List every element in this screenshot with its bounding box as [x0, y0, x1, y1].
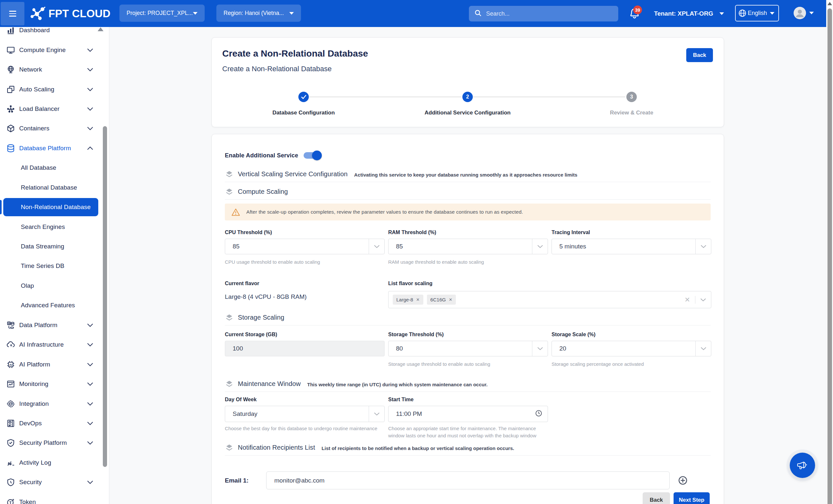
- chevron-down-icon: [87, 68, 93, 72]
- tenant-label: Tenant: XPLAT-ORG: [654, 10, 713, 17]
- caret-down-icon: [193, 12, 197, 15]
- page-title: Create a Non-Relational Database: [222, 48, 368, 59]
- remove-tag-icon[interactable]: ✕: [449, 297, 452, 302]
- language-selector[interactable]: English: [735, 5, 779, 22]
- next-step-button[interactable]: Next Step: [673, 492, 710, 504]
- sidebar-item-search-engines[interactable]: Search Engines: [0, 217, 109, 236]
- window-scrollbar[interactable]: [826, 0, 833, 504]
- storage-threshold-help: Storage usage threshold to enable auto s…: [388, 361, 548, 368]
- project-selector[interactable]: Project: PROJECT_XPL...: [119, 4, 205, 22]
- section-desc: List of recipients to be notified when a…: [322, 445, 514, 451]
- notifications-button[interactable]: 39: [629, 7, 642, 22]
- day-of-week-help: Choose the best day for this database to…: [225, 425, 385, 432]
- add-email-button[interactable]: [675, 473, 690, 488]
- current-flavor-label: Current flavor: [225, 280, 385, 287]
- region-selector-label: Region: Hanoi (Vietna...: [223, 10, 284, 17]
- back-button-top[interactable]: Back: [686, 48, 713, 62]
- current-storage-field: Current Storage (GB) 100: [225, 331, 385, 368]
- chevron-down-icon: [87, 126, 93, 130]
- step-connector: [473, 97, 625, 97]
- chevron-down-icon[interactable]: [695, 239, 711, 254]
- storage-threshold-select[interactable]: 80: [388, 341, 548, 356]
- clear-all-icon[interactable]: ✕: [684, 296, 690, 303]
- sidebar-item-integration[interactable]: API Integration: [0, 394, 109, 413]
- sidebar-item-security-platform[interactable]: Security Platform: [0, 433, 109, 453]
- start-time-label: Start Time: [388, 396, 548, 403]
- sidebar-item-olap[interactable]: Olap: [0, 276, 109, 296]
- sidebar-item-data-platform[interactable]: Data Platform: [0, 316, 109, 335]
- cpu-threshold-select[interactable]: 85: [225, 239, 385, 254]
- hamburger-menu-button[interactable]: [1, 2, 24, 25]
- warning-text: After the scale-up operation completes, …: [246, 209, 523, 215]
- day-of-week-select[interactable]: Saturday: [225, 406, 385, 422]
- chevron-down-icon[interactable]: [695, 298, 711, 301]
- sidebar-scroll-up-icon[interactable]: [98, 27, 103, 31]
- enable-additional-service-toggle[interactable]: [304, 151, 320, 160]
- list-flavor-scaling-multiselect[interactable]: Large-8 ✕ 6C16G ✕ ✕: [388, 291, 711, 308]
- region-selector[interactable]: Region: Hanoi (Vietna...: [216, 4, 301, 22]
- chevron-down-icon[interactable]: [532, 239, 548, 254]
- remove-tag-icon[interactable]: ✕: [416, 297, 420, 302]
- storage-scale-select[interactable]: 20: [551, 341, 711, 356]
- svg-text:API: API: [9, 403, 13, 405]
- search-input[interactable]: [486, 10, 613, 17]
- data-platform-icon: [6, 320, 16, 330]
- hamburger-bar: [9, 16, 16, 17]
- sidebar-item-database-platform[interactable]: Database Platform: [0, 138, 109, 158]
- chevron-down-icon[interactable]: [369, 239, 384, 254]
- sidebar-scrollbar-thumb[interactable]: [103, 126, 107, 467]
- active-item-accent-bar: [0, 200, 2, 214]
- ram-threshold-select[interactable]: 85: [388, 239, 548, 254]
- window-scrollbar-thumb[interactable]: [828, 8, 832, 504]
- sidebar-item-containers[interactable]: Containers: [0, 119, 109, 138]
- sidebar-item-data-streaming[interactable]: Data Streaming: [0, 237, 109, 256]
- dashboard-icon: [6, 27, 16, 35]
- start-time-help: Choose an appropriate start time for mai…: [388, 425, 544, 439]
- step-1-circle: [299, 92, 309, 102]
- sidebar-item-time-series-db[interactable]: Time Series DB: [0, 256, 109, 276]
- ram-threshold-field: RAM Threshold (%) 85 RAM usage threshold…: [388, 229, 548, 266]
- language-label: English: [748, 10, 767, 17]
- chevron-down-icon[interactable]: [532, 341, 548, 356]
- sidebar-item-token[interactable]: T Token: [0, 492, 109, 504]
- fpt-cloud-logo-icon: [30, 5, 46, 22]
- sidebar-item-dashboard[interactable]: Dashboard: [0, 27, 109, 40]
- sidebar-item-relational-database[interactable]: Relational Database: [0, 178, 109, 197]
- announcement-fab[interactable]: [790, 453, 815, 478]
- sidebar-item-security[interactable]: Security: [0, 473, 109, 492]
- sidebar-item-auto-scaling[interactable]: Auto Scaling: [0, 79, 109, 99]
- sidebar-item-monitoring[interactable]: Monitoring: [0, 374, 109, 394]
- sidebar-item-ai-infrastructure[interactable]: AI Infrastructure: [0, 335, 109, 354]
- tag-label: Large-8: [396, 297, 413, 302]
- email-1-input[interactable]: [266, 472, 670, 489]
- caret-down-icon: [289, 12, 294, 15]
- sidebar-item-devops[interactable]: DevOps: [0, 413, 109, 433]
- sidebar-item-activity-log[interactable]: Activity Log: [0, 453, 109, 473]
- sidebar-item-compute-engine[interactable]: Compute Engine: [0, 40, 109, 59]
- step-connector: [309, 97, 461, 97]
- sidebar-item-load-balancer[interactable]: Load Balancer: [0, 99, 109, 119]
- search-box: [469, 6, 618, 22]
- svg-text:AI: AI: [9, 363, 13, 367]
- sidebar-item-network[interactable]: Network: [0, 60, 109, 79]
- tracing-interval-field: Tracing Interval 5 minutes: [551, 229, 711, 266]
- tracing-interval-select[interactable]: 5 minutes: [551, 239, 711, 254]
- sidebar-item-advanced-features[interactable]: Advanced Features: [0, 296, 109, 315]
- sidebar-item-all-database[interactable]: All Database: [0, 158, 109, 178]
- chevron-down-icon: [87, 48, 93, 52]
- chevron-down-icon[interactable]: [369, 406, 384, 422]
- grid-spacer: [551, 396, 711, 439]
- enable-additional-service-row: Enable Additional Service: [225, 134, 711, 161]
- clock-icon[interactable]: [535, 410, 542, 419]
- scroll-up-icon[interactable]: [828, 2, 832, 5]
- chevron-down-icon[interactable]: [695, 341, 711, 356]
- start-time-input[interactable]: 11:00 PM: [388, 406, 548, 422]
- chevron-down-icon: [87, 441, 93, 445]
- globe-icon: [738, 9, 747, 18]
- tenant-selector[interactable]: Tenant: XPLAT-ORG: [654, 0, 724, 27]
- sidebar-item-ai-platform[interactable]: AI AI Platform: [0, 354, 109, 374]
- sidebar-item-non-relational-database[interactable]: Non-Relational Database: [0, 197, 109, 217]
- user-menu[interactable]: [794, 7, 814, 19]
- back-button[interactable]: Back: [643, 492, 670, 504]
- monitoring-icon: [6, 379, 16, 389]
